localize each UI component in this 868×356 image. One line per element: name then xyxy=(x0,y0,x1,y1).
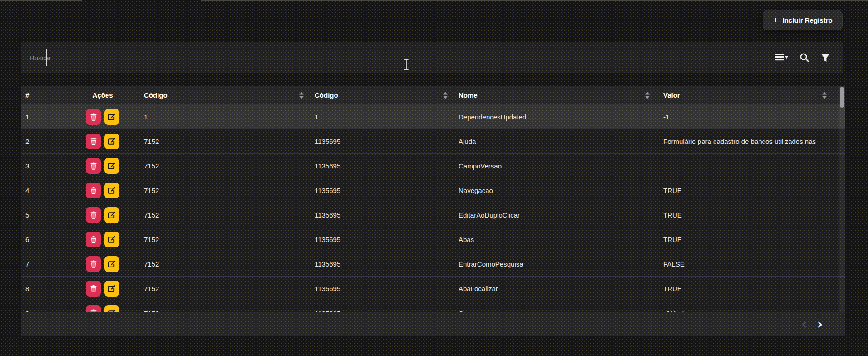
cell-index: 4 xyxy=(21,178,66,203)
table-header-row: # Ações Código Código Nome Valor xyxy=(21,86,845,104)
filter-icon xyxy=(820,53,830,63)
column-header-código[interactable]: Código xyxy=(139,86,310,104)
edit-pencil-icon xyxy=(108,260,116,268)
edit-button[interactable] xyxy=(104,256,119,272)
sort-icon xyxy=(299,92,304,99)
table-row[interactable]: 9 7152 1135695 Cor clW xyxy=(21,301,845,312)
delete-button[interactable] xyxy=(86,256,101,272)
plus-icon: + xyxy=(773,15,778,25)
trash-icon xyxy=(90,138,97,145)
cell-codigo: 7152 xyxy=(139,227,310,252)
column-header-valor[interactable]: Valor xyxy=(656,86,833,104)
column-header-label: Nome xyxy=(459,91,478,99)
pagination-bar: ‹ › xyxy=(21,312,845,336)
sort-icon xyxy=(822,92,827,99)
cell-nome: EditarAoDuploClicar xyxy=(454,203,656,227)
add-record-button[interactable]: + Incluir Registro xyxy=(763,10,843,30)
column-header-label: Código xyxy=(315,91,338,99)
delete-button[interactable] xyxy=(86,207,101,223)
filter-button[interactable] xyxy=(820,53,830,63)
cell-index: 7 xyxy=(21,252,66,276)
cell-codigo: 1 xyxy=(139,104,310,129)
edit-button[interactable] xyxy=(104,305,119,312)
edit-button[interactable] xyxy=(104,109,119,125)
cell-valor: Formulário para cadastro de bancos utili… xyxy=(656,129,833,153)
edit-button[interactable] xyxy=(104,183,119,198)
edit-pencil-icon xyxy=(108,113,116,121)
table-row[interactable]: 2 7152 1135695 Ajuda F xyxy=(21,129,845,153)
top-edge-line-left xyxy=(0,0,82,1)
delete-button[interactable] xyxy=(86,134,101,149)
table-row[interactable]: 1 1 1 DependencesUpdated xyxy=(21,104,845,129)
cell-index: 5 xyxy=(21,203,66,227)
cell-nome: AbaLocalizar xyxy=(454,277,656,301)
column-header-label: Valor xyxy=(663,91,680,99)
edit-pencil-icon xyxy=(108,138,116,145)
edit-button[interactable] xyxy=(104,134,119,149)
sort-icon xyxy=(443,92,448,99)
edit-pencil-icon xyxy=(108,211,116,219)
cell-index: 6 xyxy=(21,227,66,252)
next-page-button[interactable]: › xyxy=(817,317,823,331)
cell-codigo-2: 1135695 xyxy=(310,129,454,153)
list-menu-dropdown-button[interactable] xyxy=(775,53,789,63)
edit-pencil-icon xyxy=(108,236,116,243)
delete-button[interactable] xyxy=(86,158,101,174)
cell-nome: EntrarComoPesquisa xyxy=(454,252,656,276)
cell-codigo: 7152 xyxy=(139,178,310,203)
search-input[interactable] xyxy=(21,42,775,73)
delete-button[interactable] xyxy=(86,183,101,198)
table-row[interactable]: 4 7152 1135695 Navegacao xyxy=(21,178,845,203)
cell-codigo-2: 1 xyxy=(310,104,454,129)
delete-button[interactable] xyxy=(86,305,101,312)
trash-icon xyxy=(90,187,97,194)
cell-actions xyxy=(66,277,139,301)
trash-icon xyxy=(90,162,97,170)
cell-codigo: 7152 xyxy=(139,252,310,276)
cell-codigo: 7152 xyxy=(139,203,310,227)
cell-index: 3 xyxy=(21,154,66,178)
table-row[interactable]: 6 7152 1135695 Abas TR xyxy=(21,227,845,252)
search-icon xyxy=(799,53,809,63)
cell-index: 8 xyxy=(21,277,66,301)
column-header-label: Código xyxy=(144,91,168,99)
cell-valor: FALSE xyxy=(656,252,833,276)
table-row[interactable]: 8 7152 1135695 AbaLocaliza xyxy=(21,276,845,301)
delete-button[interactable] xyxy=(86,109,101,125)
cell-codigo-2: 1135695 xyxy=(310,178,454,203)
cell-actions xyxy=(66,252,139,276)
column-header-nome[interactable]: Nome xyxy=(454,86,656,104)
cell-nome: Ajuda xyxy=(454,129,656,153)
edit-button[interactable] xyxy=(104,232,119,247)
edit-button[interactable] xyxy=(104,281,119,297)
cell-codigo-2: 1135695 xyxy=(310,154,454,178)
cell-valor xyxy=(656,154,833,178)
table-row[interactable]: 3 7152 1135695 CampoVersao xyxy=(21,153,845,178)
cell-codigo: 7152 xyxy=(139,301,310,312)
edit-button[interactable] xyxy=(104,158,119,174)
column-header-código[interactable]: Código xyxy=(310,86,454,104)
cell-codigo-2: 1135695 xyxy=(310,301,454,312)
edit-button[interactable] xyxy=(104,207,119,223)
cell-actions xyxy=(66,227,139,252)
vertical-scrollbar[interactable] xyxy=(839,86,845,312)
cell-codigo: 7152 xyxy=(139,277,310,301)
cell-codigo-2: 1135695 xyxy=(310,277,454,301)
cell-actions xyxy=(66,178,139,203)
search-button[interactable] xyxy=(799,53,809,63)
scrollbar-thumb[interactable] xyxy=(840,87,844,108)
table-row[interactable]: 7 7152 1135695 EntrarComoP xyxy=(21,252,845,276)
delete-button[interactable] xyxy=(86,281,101,297)
cell-valor: -1 xyxy=(656,104,833,129)
cell-actions xyxy=(66,301,139,312)
table-row[interactable]: 5 7152 1135695 EditarAoDup xyxy=(21,203,845,227)
previous-page-button[interactable]: ‹ xyxy=(801,317,807,331)
mouse-cursor-ibeam xyxy=(403,59,409,71)
edit-pencil-icon xyxy=(108,285,116,292)
cell-actions xyxy=(66,154,139,178)
cell-valor: clWindow xyxy=(656,301,833,312)
cell-codigo-2: 1135695 xyxy=(310,227,454,252)
delete-button[interactable] xyxy=(86,232,101,247)
cell-actions xyxy=(66,203,139,227)
cell-valor: TRUE xyxy=(656,178,833,203)
